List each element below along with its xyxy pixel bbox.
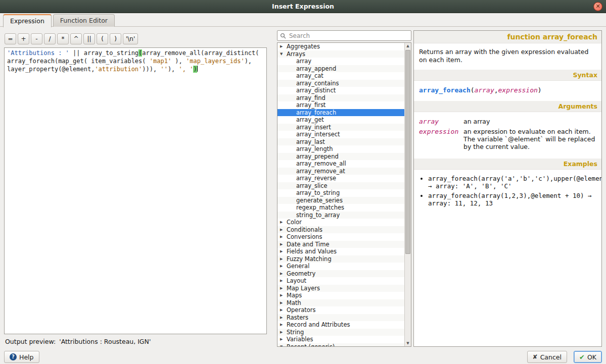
help-button[interactable]: ? Help [4,351,39,363]
function-tree-group[interactable]: ▶Fuzzy Matching [277,255,404,263]
chevron-right-icon[interactable]: ▶ [280,308,287,312]
chevron-right-icon[interactable]: ▶ [280,220,287,224]
code-segment: '' [160,66,167,73]
operator-button[interactable]: - [31,33,42,44]
chevron-right-icon[interactable]: ▶ [280,286,287,290]
chevron-right-icon[interactable]: ▶ [280,257,287,261]
function-tree-group[interactable]: ▼Recent (generic) [277,343,404,347]
tree-item-label: string_to_array [296,212,340,219]
code-segment: ))), [142,66,160,73]
scrollbar-up-icon[interactable]: ▲ [405,43,411,49]
operator-button[interactable]: * [57,33,69,44]
function-tree-item[interactable]: array_contains [277,80,404,87]
function-tree-group[interactable]: ▶Rasters [277,314,404,322]
function-tree-group[interactable]: ▶Record and Attributes [277,321,404,329]
function-tree-item[interactable]: array_first [277,101,404,109]
tree-scrollbar[interactable]: ▲ ▼ [404,43,411,346]
chevron-down-icon[interactable]: ▼ [280,345,287,346]
close-icon[interactable]: ✕ [593,2,602,11]
function-tree-item[interactable]: array_intersect [277,131,404,138]
function-tree-group[interactable]: ▶Layout [277,277,404,285]
tree-item-label: Recent (generic) [287,343,335,346]
function-tree-item[interactable]: array_find [277,94,404,102]
chevron-right-icon[interactable]: ▶ [280,337,287,341]
operator-button[interactable]: = [5,33,16,44]
function-tree-item[interactable]: array_slice [277,182,404,190]
function-tree-item[interactable]: array_remove_all [277,160,404,168]
function-tree-group[interactable]: ▶Conditionals [277,226,404,234]
tree-item-label: array_remove_all [296,160,346,167]
tree-item-label: Layout [287,277,306,284]
tree-item-label: array_prepend [296,153,339,160]
chevron-right-icon[interactable]: ▶ [280,249,287,253]
chevron-down-icon[interactable]: ▼ [280,52,287,56]
chevron-right-icon[interactable]: ▶ [280,44,287,48]
code-segment: ', ' [179,66,194,73]
ok-button[interactable]: ✔ OK [574,351,602,363]
function-tree-item[interactable]: array_distinct [277,87,404,94]
scrollbar-down-icon[interactable]: ▼ [405,340,411,346]
function-tree-group[interactable]: ▶Color [277,219,404,226]
function-tree-item[interactable]: string_to_array [277,212,404,219]
function-tree-group[interactable]: ▶Operators [277,306,404,314]
function-tree-group[interactable]: ▶Maps [277,292,404,299]
chevron-right-icon[interactable]: ▶ [280,330,287,334]
chevron-right-icon[interactable]: ▶ [280,279,287,283]
function-tree-item[interactable]: array_cat [277,72,404,80]
syntax-header: Syntax [414,70,601,81]
function-tree-group[interactable]: ▶General [277,263,404,270]
function-tree-item[interactable]: array_length [277,145,404,153]
operator-button[interactable]: '\n' [123,33,138,44]
function-tree-item[interactable]: array [277,58,404,65]
tree-item-label: Date and Time [287,241,330,248]
operator-button[interactable]: || [83,33,95,44]
function-tree-item[interactable]: array_prepend [277,153,404,161]
scrollbar-thumb[interactable] [405,50,410,254]
function-tree-group[interactable]: ▶Date and Time [277,241,404,248]
function-tree-item[interactable]: regexp_matches [277,204,404,212]
expression-editor[interactable]: 'Attributions : ' || array_to_string(arr… [4,47,267,334]
operator-button[interactable]: ^ [70,33,82,44]
function-tree-item[interactable]: generate_series [277,197,404,204]
function-tree-item[interactable]: array_insert [277,124,404,131]
operator-button[interactable]: ) [110,33,121,44]
function-tree-group[interactable]: ▶Geometry [277,270,404,278]
function-tree-group[interactable]: ▶Math [277,299,404,307]
function-tree-item[interactable]: array_remove_at [277,168,404,175]
chevron-right-icon[interactable]: ▶ [280,264,287,268]
function-tree-group[interactable]: ▶Map Layers [277,285,404,292]
tree-item-label: array_remove_at [296,168,345,175]
code-segment: layer_property(@element, [7,66,95,73]
search-input[interactable] [288,32,408,40]
function-tree-group[interactable]: ▶Conversions [277,233,404,241]
cancel-button[interactable]: ✘ Cancel [527,351,567,363]
function-tree-item[interactable]: array_foreach [277,109,404,117]
tree-item-label: array_intersect [296,131,340,138]
operator-button[interactable]: + [18,33,29,44]
function-tree-item[interactable]: array_to_string [277,189,404,197]
syntax-parameter: array [475,86,494,94]
chevron-right-icon[interactable]: ▶ [280,293,287,297]
function-tree-item[interactable]: array_last [277,138,404,146]
chevron-right-icon[interactable]: ▶ [280,235,287,239]
function-tree-group[interactable]: ▶Variables [277,336,404,343]
function-tree-group[interactable]: ▶Fields and Values [277,248,404,255]
tab-function-editor[interactable]: Function Editor [53,14,115,27]
tab-expression[interactable]: Expression [3,14,52,27]
function-tree-group[interactable]: ▼Arrays [277,50,404,58]
function-tree-item[interactable]: array_reverse [277,175,404,182]
chevron-right-icon[interactable]: ▶ [280,242,287,246]
operator-button[interactable]: ( [97,33,108,44]
help-title: function array_foreach [414,31,601,43]
chevron-right-icon[interactable]: ▶ [280,228,287,232]
chevron-right-icon[interactable]: ▶ [280,301,287,305]
tree-item-label: array_find [296,94,325,101]
chevron-right-icon[interactable]: ▶ [280,316,287,320]
chevron-right-icon[interactable]: ▶ [280,323,287,327]
operator-button[interactable]: / [44,33,56,44]
chevron-right-icon[interactable]: ▶ [280,272,287,276]
function-tree-group[interactable]: ▶String [277,329,404,336]
function-tree-group[interactable]: ▶Aggregates [277,43,404,50]
function-tree-item[interactable]: array_get [277,116,404,124]
function-tree-item[interactable]: array_append [277,65,404,73]
